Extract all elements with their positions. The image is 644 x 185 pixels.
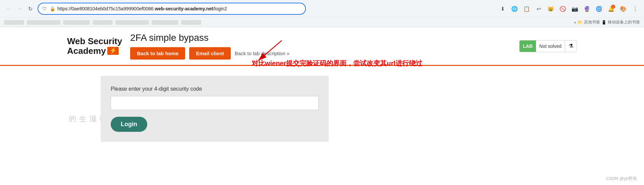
globe-icon[interactable]: 🌐 bbox=[510, 4, 519, 13]
bookmark-blurred-items bbox=[4, 20, 201, 25]
url-domain: web-security-academy.net bbox=[155, 6, 213, 11]
bookmark-item-3 bbox=[63, 20, 90, 25]
back-to-desc-arrow: » bbox=[287, 51, 289, 56]
bookmark-item-2 bbox=[27, 20, 60, 25]
folder-icon: 📁 bbox=[578, 20, 583, 25]
login-button[interactable]: Login bbox=[111, 117, 147, 132]
bookmark-item-1 bbox=[4, 20, 24, 25]
bookmark-item-6 bbox=[152, 20, 178, 25]
left-watermark: 忙碌滋生的 望眼欲穿的 bbox=[67, 76, 94, 142]
header-actions: Back to lab home Email client Back to la… bbox=[130, 47, 511, 60]
site-logo[interactable]: Web Security Academy ⚡ bbox=[67, 36, 122, 56]
email-client-button[interactable]: Email client bbox=[189, 47, 230, 60]
main-content: 忙碌滋生的 望眼欲穿的 Please enter your 4-digit se… bbox=[0, 66, 644, 152]
security-form-container: Please enter your 4-digit security code … bbox=[101, 76, 329, 142]
menu-button[interactable]: ⋮ bbox=[631, 4, 640, 13]
url-start: https://0ae8008104eb0d75c15a999900ef0086… bbox=[57, 6, 155, 11]
lock-icon: 🔒 bbox=[50, 6, 55, 11]
other-bookmarks[interactable]: 其他书签 bbox=[584, 19, 600, 25]
lab-status-badge: LAB Not solved ⚗ bbox=[519, 40, 577, 52]
notification-icon[interactable]: 🔔 2 bbox=[606, 4, 616, 13]
reload-button[interactable]: ↻ bbox=[25, 4, 35, 13]
mobile-bookmarks-icon: 📱 bbox=[601, 20, 606, 25]
extension-icon1[interactable]: 🔮 bbox=[582, 4, 592, 13]
lab-title: 2FA simple bypass bbox=[130, 32, 511, 43]
logo-bottom: Academy ⚡ bbox=[67, 46, 122, 56]
page-content: Web Security Academy ⚡ 2FA simple bypass… bbox=[0, 27, 644, 152]
lab-badge: LAB bbox=[520, 40, 536, 52]
profile-icon3[interactable]: 📷 bbox=[570, 4, 580, 13]
back-to-desc-text: Back to lab description bbox=[235, 51, 285, 56]
bookmark-item-4 bbox=[93, 20, 113, 25]
extension-icon2[interactable]: 🌀 bbox=[594, 4, 604, 13]
back-to-description-link[interactable]: Back to lab description » bbox=[235, 51, 289, 56]
back-button[interactable]: ← bbox=[4, 4, 13, 13]
bookmark-item-5 bbox=[115, 20, 149, 25]
bookmark-item-7 bbox=[181, 20, 201, 25]
security-code-label: Please enter your 4-digit security code bbox=[111, 86, 319, 92]
flask-button[interactable]: ⚗ bbox=[565, 40, 577, 52]
header-middle: 2FA simple bypass Back to lab home Email… bbox=[130, 32, 511, 60]
logo-lightning-icon: ⚡ bbox=[107, 47, 119, 55]
nav-buttons: ← → ↻ bbox=[4, 4, 35, 13]
toolbar-actions: ⬇ 🌐 📋 ↩ 😸 🚫 📷 🔮 🌀 🔔 2 🎨 ⋮ bbox=[498, 4, 640, 13]
security-code-input[interactable] bbox=[111, 96, 319, 110]
browser-chrome: ← → ↻ 🛡 🔒 https://0ae8008104eb0d75c15a99… bbox=[0, 0, 644, 27]
security-shield-icon: 🛡 bbox=[42, 6, 47, 11]
logo-academy: Academy bbox=[67, 46, 106, 56]
csdn-watermark: CSDN @yh野良 bbox=[606, 176, 637, 182]
mobile-bookmarks[interactable]: 移动设备上的书签 bbox=[608, 19, 640, 25]
logo-text-line1: Web Security bbox=[67, 36, 122, 46]
address-bar[interactable]: 🛡 🔒 https://0ae8008104eb0d75c15a999900ef… bbox=[38, 3, 306, 15]
browser-toolbar: ← → ↻ 🛡 🔒 https://0ae8008104eb0d75c15a99… bbox=[0, 0, 644, 17]
logo-web: Web Security bbox=[67, 36, 122, 46]
translate-icon[interactable]: 📋 bbox=[522, 4, 531, 13]
profile-icon2[interactable]: 🚫 bbox=[558, 4, 568, 13]
profile-icon1[interactable]: 😸 bbox=[546, 4, 555, 13]
profile-avatar[interactable]: 🎨 bbox=[619, 4, 628, 13]
back-to-lab-home-button[interactable]: Back to lab home bbox=[130, 47, 185, 60]
history-icon[interactable]: ↩ bbox=[534, 4, 543, 13]
forward-button[interactable]: → bbox=[15, 4, 24, 13]
url-text: https://0ae8008104eb0d75c15a999900ef0086… bbox=[57, 6, 301, 11]
expand-bookmarks[interactable]: » bbox=[574, 20, 576, 25]
not-solved-label: Not solved bbox=[536, 40, 565, 52]
screenshot-icon[interactable]: ⬇ bbox=[498, 4, 507, 13]
url-end: /login2 bbox=[213, 6, 227, 11]
site-header: Web Security Academy ⚡ 2FA simple bypass… bbox=[0, 27, 644, 66]
bookmarks-bar: » 📁 其他书签 📱 移动设备上的书签 bbox=[0, 17, 644, 27]
